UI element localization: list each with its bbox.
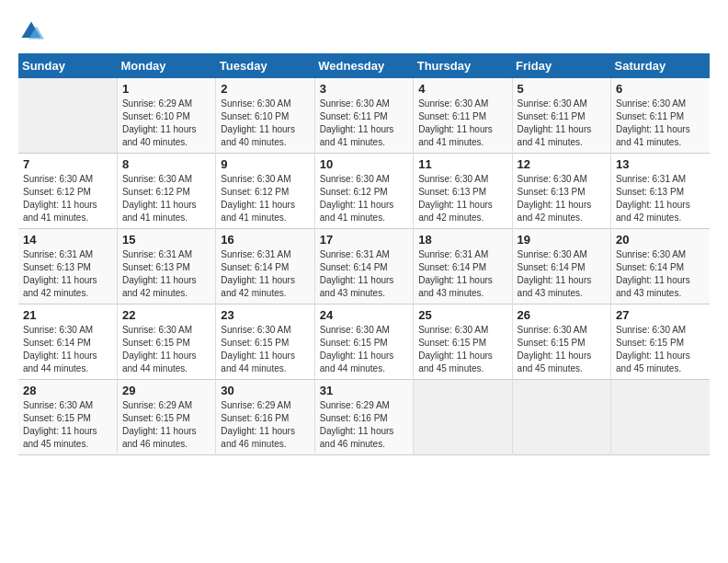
- calendar-cell: 16 Sunrise: 6:31 AM Sunset: 6:14 PM Dayl…: [216, 229, 314, 304]
- calendar-cell: 22 Sunrise: 6:30 AM Sunset: 6:15 PM Dayl…: [117, 304, 215, 380]
- day-info: Sunrise: 6:29 AM Sunset: 6:16 PM Dayligh…: [320, 399, 408, 451]
- day-number: 30: [221, 384, 309, 397]
- calendar-cell: 6 Sunrise: 6:30 AM Sunset: 6:11 PM Dayli…: [611, 78, 710, 154]
- day-number: 24: [320, 308, 408, 322]
- day-number: 2: [221, 82, 309, 96]
- calendar-cell: 14 Sunrise: 6:31 AM Sunset: 6:13 PM Dayl…: [18, 229, 117, 304]
- day-number: 20: [616, 233, 705, 247]
- day-number: 21: [23, 308, 112, 322]
- day-number: 13: [616, 157, 705, 171]
- calendar-cell: 28 Sunrise: 6:30 AM Sunset: 6:15 PM Dayl…: [18, 380, 117, 455]
- weekday-header: Thursday: [414, 53, 512, 78]
- day-info: Sunrise: 6:30 AM Sunset: 6:15 PM Dayligh…: [23, 399, 112, 451]
- day-number: 12: [518, 157, 606, 171]
- day-number: 3: [320, 82, 408, 96]
- calendar-cell: 26 Sunrise: 6:30 AM Sunset: 6:15 PM Dayl…: [512, 304, 610, 380]
- day-info: Sunrise: 6:31 AM Sunset: 6:13 PM Dayligh…: [616, 173, 705, 224]
- calendar-cell: 18 Sunrise: 6:31 AM Sunset: 6:14 PM Dayl…: [414, 229, 512, 304]
- day-number: 10: [320, 157, 408, 171]
- calendar-cell: 2 Sunrise: 6:30 AM Sunset: 6:10 PM Dayli…: [216, 78, 314, 154]
- calendar-cell: 19 Sunrise: 6:30 AM Sunset: 6:14 PM Dayl…: [512, 229, 610, 304]
- day-number: 28: [23, 384, 112, 397]
- weekday-header: Saturday: [611, 53, 710, 78]
- day-number: 18: [418, 233, 506, 247]
- calendar-cell: 10 Sunrise: 6:30 AM Sunset: 6:12 PM Dayl…: [314, 154, 413, 229]
- day-info: Sunrise: 6:30 AM Sunset: 6:13 PM Dayligh…: [418, 173, 506, 224]
- day-info: Sunrise: 6:30 AM Sunset: 6:14 PM Dayligh…: [616, 248, 705, 300]
- day-info: Sunrise: 6:30 AM Sunset: 6:15 PM Dayligh…: [518, 324, 606, 375]
- calendar-cell: 11 Sunrise: 6:30 AM Sunset: 6:13 PM Dayl…: [414, 154, 512, 229]
- calendar-cell: [18, 78, 117, 154]
- calendar-week-row: 21 Sunrise: 6:30 AM Sunset: 6:14 PM Dayl…: [18, 304, 710, 380]
- day-info: Sunrise: 6:30 AM Sunset: 6:10 PM Dayligh…: [221, 98, 309, 149]
- calendar-cell: 8 Sunrise: 6:30 AM Sunset: 6:12 PM Dayli…: [117, 154, 215, 229]
- day-number: 27: [616, 308, 705, 322]
- calendar-cell: 1 Sunrise: 6:29 AM Sunset: 6:10 PM Dayli…: [117, 78, 215, 154]
- weekday-header: Monday: [117, 53, 215, 78]
- day-info: Sunrise: 6:30 AM Sunset: 6:11 PM Dayligh…: [616, 98, 705, 149]
- day-info: Sunrise: 6:29 AM Sunset: 6:16 PM Dayligh…: [221, 399, 309, 451]
- day-info: Sunrise: 6:30 AM Sunset: 6:14 PM Dayligh…: [518, 248, 606, 300]
- calendar-week-row: 28 Sunrise: 6:30 AM Sunset: 6:15 PM Dayl…: [18, 380, 710, 455]
- day-number: 11: [418, 157, 506, 171]
- logo-icon: [18, 18, 44, 44]
- calendar-cell: 4 Sunrise: 6:30 AM Sunset: 6:11 PM Dayli…: [414, 78, 512, 154]
- day-info: Sunrise: 6:30 AM Sunset: 6:12 PM Dayligh…: [23, 173, 112, 224]
- day-info: Sunrise: 6:30 AM Sunset: 6:13 PM Dayligh…: [518, 173, 606, 224]
- day-info: Sunrise: 6:31 AM Sunset: 6:13 PM Dayligh…: [122, 248, 210, 300]
- day-info: Sunrise: 6:29 AM Sunset: 6:15 PM Dayligh…: [122, 399, 210, 451]
- calendar-cell: 12 Sunrise: 6:30 AM Sunset: 6:13 PM Dayl…: [512, 154, 610, 229]
- calendar-cell: [414, 380, 512, 455]
- calendar-cell: [512, 380, 610, 455]
- day-number: 17: [320, 233, 408, 247]
- weekday-header: Sunday: [18, 53, 117, 78]
- calendar-cell: 23 Sunrise: 6:30 AM Sunset: 6:15 PM Dayl…: [216, 304, 314, 380]
- day-info: Sunrise: 6:30 AM Sunset: 6:15 PM Dayligh…: [122, 324, 210, 375]
- calendar-cell: 21 Sunrise: 6:30 AM Sunset: 6:14 PM Dayl…: [18, 304, 117, 380]
- day-info: Sunrise: 6:30 AM Sunset: 6:12 PM Dayligh…: [221, 173, 309, 224]
- calendar-cell: 15 Sunrise: 6:31 AM Sunset: 6:13 PM Dayl…: [117, 229, 215, 304]
- weekday-header: Wednesday: [314, 53, 413, 78]
- calendar-cell: 9 Sunrise: 6:30 AM Sunset: 6:12 PM Dayli…: [216, 154, 314, 229]
- day-number: 6: [616, 82, 705, 96]
- calendar-cell: 13 Sunrise: 6:31 AM Sunset: 6:13 PM Dayl…: [611, 154, 710, 229]
- calendar-cell: 27 Sunrise: 6:30 AM Sunset: 6:15 PM Dayl…: [611, 304, 710, 380]
- day-number: 29: [122, 384, 210, 397]
- calendar-week-row: 1 Sunrise: 6:29 AM Sunset: 6:10 PM Dayli…: [18, 78, 710, 154]
- day-number: 26: [518, 308, 606, 322]
- day-info: Sunrise: 6:30 AM Sunset: 6:11 PM Dayligh…: [518, 98, 606, 149]
- day-info: Sunrise: 6:30 AM Sunset: 6:11 PM Dayligh…: [418, 98, 506, 149]
- day-info: Sunrise: 6:30 AM Sunset: 6:11 PM Dayligh…: [320, 98, 408, 149]
- calendar-week-row: 7 Sunrise: 6:30 AM Sunset: 6:12 PM Dayli…: [18, 154, 710, 229]
- day-number: 9: [221, 157, 309, 171]
- day-number: 14: [23, 233, 112, 247]
- calendar-cell: [611, 380, 710, 455]
- day-number: 16: [221, 233, 309, 247]
- day-info: Sunrise: 6:30 AM Sunset: 6:12 PM Dayligh…: [320, 173, 408, 224]
- day-info: Sunrise: 6:31 AM Sunset: 6:14 PM Dayligh…: [418, 248, 506, 300]
- day-number: 7: [23, 157, 112, 171]
- weekday-header: Friday: [512, 53, 610, 78]
- calendar-cell: 17 Sunrise: 6:31 AM Sunset: 6:14 PM Dayl…: [314, 229, 413, 304]
- calendar-cell: 20 Sunrise: 6:30 AM Sunset: 6:14 PM Dayl…: [611, 229, 710, 304]
- weekday-header: Tuesday: [216, 53, 314, 78]
- calendar-cell: 5 Sunrise: 6:30 AM Sunset: 6:11 PM Dayli…: [512, 78, 610, 154]
- calendar-cell: 7 Sunrise: 6:30 AM Sunset: 6:12 PM Dayli…: [18, 154, 117, 229]
- day-number: 5: [518, 82, 606, 96]
- day-info: Sunrise: 6:30 AM Sunset: 6:15 PM Dayligh…: [320, 324, 408, 375]
- calendar-cell: 31 Sunrise: 6:29 AM Sunset: 6:16 PM Dayl…: [314, 380, 413, 455]
- day-info: Sunrise: 6:30 AM Sunset: 6:15 PM Dayligh…: [221, 324, 309, 375]
- day-number: 15: [122, 233, 210, 247]
- calendar-cell: 3 Sunrise: 6:30 AM Sunset: 6:11 PM Dayli…: [314, 78, 413, 154]
- day-info: Sunrise: 6:30 AM Sunset: 6:15 PM Dayligh…: [418, 324, 506, 375]
- day-number: 25: [418, 308, 506, 322]
- day-info: Sunrise: 6:31 AM Sunset: 6:13 PM Dayligh…: [23, 248, 112, 300]
- day-info: Sunrise: 6:29 AM Sunset: 6:10 PM Dayligh…: [122, 98, 210, 149]
- day-number: 31: [320, 384, 408, 397]
- day-info: Sunrise: 6:31 AM Sunset: 6:14 PM Dayligh…: [320, 248, 408, 300]
- day-info: Sunrise: 6:30 AM Sunset: 6:14 PM Dayligh…: [23, 324, 112, 375]
- day-number: 4: [418, 82, 506, 96]
- day-number: 8: [122, 157, 210, 171]
- calendar-table: SundayMondayTuesdayWednesdayThursdayFrid…: [18, 53, 710, 455]
- logo: [18, 18, 48, 44]
